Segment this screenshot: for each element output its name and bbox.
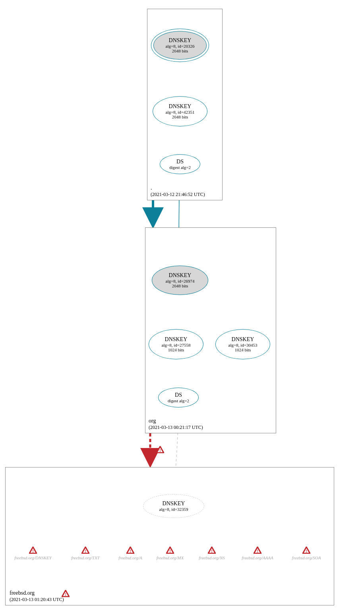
- svg-text:!: !: [32, 549, 34, 553]
- record-aaaa: freebsd.org/AAAA: [236, 555, 279, 560]
- svg-text:!: !: [65, 592, 66, 597]
- root-ksk-title: DNSKEY: [169, 37, 192, 43]
- node-root-ksk[interactable]: DNSKEY alg=8, id=20326 2048 bits: [153, 31, 207, 60]
- node-org-ksk[interactable]: DNSKEY alg=8, id=26974 2048 bits: [152, 266, 208, 295]
- warning-icon: !: [254, 547, 261, 554]
- warning-icon: !: [302, 547, 310, 554]
- root-ksk-sub2: 2048 bits: [172, 48, 188, 53]
- root-zsk-sub1: alg=8, id=42351: [166, 110, 195, 114]
- org-zsk2-sub2: 1024 bits: [235, 347, 251, 352]
- warning-icon: !: [62, 590, 70, 597]
- record-ns: freebsd.org/NS: [190, 555, 234, 560]
- zone-box-freebsd: freebsd.org (2021-03-13 01:20:43 UTC): [5, 467, 334, 605]
- org-zsk1-title: DNSKEY: [165, 336, 188, 342]
- node-org-zsk1[interactable]: DNSKEY alg=8, id=27558 1024 bits: [149, 329, 203, 359]
- warning-icon: !: [29, 547, 37, 554]
- org-ksk-sub1: alg=8, id=26974: [166, 279, 195, 283]
- root-ksk-sub1: alg=8, id=20326: [166, 44, 195, 48]
- root-zsk-sub2: 2048 bits: [172, 114, 188, 119]
- svg-text:!: !: [130, 549, 131, 553]
- root-ds-title: DS: [176, 159, 184, 165]
- record-dnskey: freebsd.org/DNSKEY: [11, 555, 55, 560]
- node-freebsd-key[interactable]: DNSKEY alg=8, id=32359: [143, 494, 204, 518]
- node-org-zsk2[interactable]: DNSKEY alg=8, id=30453 1024 bits: [215, 329, 270, 359]
- warning-icon: !: [166, 547, 174, 554]
- fb-key-sub1: alg=8, id=32359: [159, 507, 188, 512]
- zone-ts-root: (2021-03-12 21:46:52 UTC): [151, 192, 205, 198]
- record-mx: freebsd.org/MX: [148, 555, 192, 560]
- node-root-zsk[interactable]: DNSKEY alg=8, id=42351 2048 bits: [153, 96, 207, 126]
- warning-icon: !: [81, 547, 89, 554]
- warning-icon: !: [156, 446, 164, 453]
- org-ds-sub1: digest alg=2: [168, 398, 189, 403]
- svg-text:!: !: [211, 549, 213, 553]
- fb-key-title: DNSKEY: [163, 500, 185, 506]
- root-ds-sub1: digest alg=2: [169, 165, 191, 170]
- org-zsk1-sub2: 1024 bits: [168, 347, 184, 352]
- warning-icon: !: [208, 547, 216, 554]
- zone-label-root: .: [151, 185, 152, 191]
- root-zsk-title: DNSKEY: [169, 103, 192, 109]
- zone-ts-freebsd: (2021-03-13 01:20:43 UTC): [10, 597, 64, 603]
- svg-text:!: !: [159, 448, 161, 453]
- org-zsk1-sub1: alg=8, id=27558: [162, 343, 191, 347]
- record-a: freebsd.org/A: [108, 555, 152, 560]
- org-ksk-title: DNSKEY: [169, 272, 192, 278]
- org-ksk-sub2: 2048 bits: [172, 283, 188, 288]
- node-root-ds[interactable]: DS digest alg=2: [160, 154, 200, 174]
- zone-ts-org: (2021-03-13 00:21:17 UTC): [149, 425, 203, 431]
- warning-icon: !: [126, 547, 134, 554]
- node-org-ds[interactable]: DS digest alg=2: [158, 388, 199, 407]
- svg-text:!: !: [257, 549, 258, 553]
- zone-label-freebsd: freebsd.org: [10, 590, 35, 596]
- svg-text:!: !: [85, 549, 86, 553]
- org-ds-title: DS: [175, 392, 182, 398]
- zone-label-org: org: [149, 418, 156, 424]
- record-soa: freebsd.org/SOA: [285, 555, 328, 560]
- svg-text:!: !: [169, 549, 171, 553]
- svg-text:!: !: [306, 549, 307, 553]
- org-zsk2-title: DNSKEY: [232, 336, 254, 342]
- org-zsk2-sub1: alg=8, id=30453: [228, 343, 258, 347]
- record-txt: freebsd.org/TXT: [64, 555, 107, 560]
